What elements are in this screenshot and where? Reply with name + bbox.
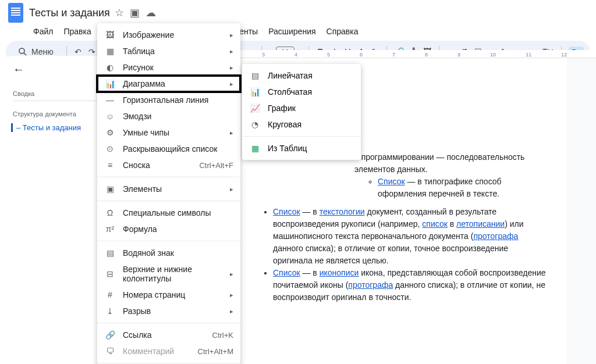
emoji-icon: ☺ [104,112,116,121]
bar-chart-icon: ▤ [249,71,261,80]
svg-point-0 [19,48,24,53]
star-icon[interactable]: ☆ [115,6,124,19]
submenu-pie[interactable]: ◔Круговая [242,116,361,133]
menu-item-table[interactable]: ▦Таблица▸ [97,43,240,59]
chevron-right-icon: ▸ [230,270,233,278]
chips-icon: ⚙ [104,128,116,137]
menu-item-dropdown[interactable]: ⊙Раскрывающийся список [97,141,240,157]
image-icon: 🖼 [104,30,116,40]
hf-icon: ⊟ [104,269,116,279]
special-icon: Ω [104,208,116,217]
footnote-icon: ≡ [104,160,116,170]
drawing-icon: ◐ [104,63,116,72]
chart-icon: 📊 [104,79,116,88]
column-chart-icon: 📊 [249,87,261,97]
table-icon: ▦ [104,47,116,56]
pagenum-icon: # [104,290,116,299]
dropdown-icon: ⊙ [104,144,116,154]
menu-item-elements[interactable]: ▣Элементы▸ [97,181,240,197]
sheets-icon: ▦ [249,144,261,153]
submenu-line[interactable]: 📈График [242,100,361,116]
chevron-right-icon: ▸ [230,291,233,299]
menu-item-footnote[interactable]: ≡СноскаCtrl+Alt+F [97,157,240,173]
menu-item-drawing[interactable]: ◐Рисунок▸ [97,59,240,76]
break-icon: ⤓ [104,306,116,316]
formula-icon: π² [104,224,116,234]
comment-icon: 🗨 [104,347,116,356]
submenu-column[interactable]: 📊Столбчатая [242,84,361,100]
docs-logo-icon[interactable] [8,3,23,23]
hr-icon: ― [104,95,116,105]
move-icon[interactable]: ▣ [130,6,140,19]
submenu-bar[interactable]: ▤Линейчатая [242,67,361,84]
cloud-icon[interactable]: ☁ [146,6,156,19]
menu-item-link[interactable]: 🔗СсылкаCtrl+K [97,327,240,343]
chevron-right-icon: ▸ [230,129,233,137]
menu-item-emoji[interactable]: ☺Эмодзи [97,108,240,124]
doc-header: Тесты и задания ☆ ▣ ☁ [0,0,596,26]
horizontal-ruler[interactable]: 34567891011121314151617 [195,50,596,58]
chevron-right-icon: ▸ [230,80,233,88]
menu-help[interactable]: Справка [322,24,363,38]
menu-item-watermark[interactable]: ▤Водяной знак [97,245,240,261]
document-title[interactable]: Тесты и задания [29,7,110,19]
menu-item-break[interactable]: ⤓Разрыв▸ [97,303,240,319]
submenu-sheets[interactable]: ▦Из Таблиц [242,140,361,156]
chevron-right-icon: ▸ [230,308,233,315]
menu-label: Меню [31,47,54,56]
menu-item-pagenum[interactable]: #Номера страниц▸ [97,287,240,303]
chevron-right-icon: ▸ [230,31,233,39]
menu-item-chips[interactable]: ⚙Умные чипы▸ [97,124,240,141]
menu-item-hr[interactable]: ―Горизонтальная линия [97,92,240,108]
menu-item-special[interactable]: ΩСпециальные символы [97,205,240,221]
chevron-right-icon: ▸ [230,64,233,72]
watermark-icon: ▤ [104,248,116,258]
elements-icon: ▣ [104,184,116,194]
insert-menu-dropdown: 🖼Изображение▸ ▦Таблица▸ ◐Рисунок▸ 📊Диагр… [97,23,240,364]
menu-item-image[interactable]: 🖼Изображение▸ [97,27,240,43]
menu-file[interactable]: Файл [29,24,58,38]
link-icon: 🔗 [104,330,116,340]
chart-submenu: ▤Линейчатая 📊Столбчатая 📈График ◔Кругова… [242,64,361,160]
menu-item-hf[interactable]: ⊟Верхние и нижние колонтитулы▸ [97,261,240,287]
menu-item-formula[interactable]: π²Формула [97,221,240,237]
menu-item-comment: 🗨КомментарийCtrl+Alt+M [97,343,240,359]
svg-line-1 [24,53,26,55]
menu-item-chart[interactable]: 📊Диаграмма▸ [97,76,240,92]
chevron-right-icon: ▸ [230,48,233,55]
line-chart-icon: 📈 [249,104,261,113]
chevron-right-icon: ▸ [230,185,233,193]
pie-chart-icon: ◔ [249,120,261,129]
menu-extensions[interactable]: Расширения [264,24,320,38]
menu-edit[interactable]: Правка [59,24,95,38]
